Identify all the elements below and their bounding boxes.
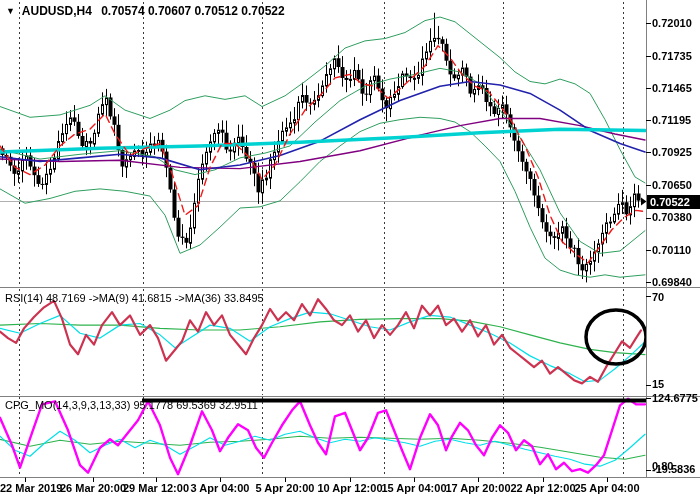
cpg-axis-bottom-b: -19.5836 (652, 463, 695, 475)
ohlc-quotes: 0.70574 0.70607 0.70512 0.70522 (101, 4, 285, 18)
price-axis-label: 0.71465 (652, 82, 692, 94)
symbol-dropdown-icon[interactable]: ▼ (6, 6, 15, 16)
price-axis-label: 0.70925 (652, 146, 692, 158)
current-price-badge: 0.70522 (647, 195, 700, 209)
rsi-level-bottom: 15 (652, 378, 664, 390)
chart-title: ▼ AUDUSD,H4 0.70574 0.70607 0.70512 0.70… (6, 4, 285, 18)
rsi-level-top: 70 (652, 291, 664, 303)
price-axis-label: 0.71735 (652, 50, 692, 62)
symbol-label: AUDUSD,H4 (22, 4, 92, 18)
price-axis-label: 0.72010 (652, 17, 692, 29)
time-axis-label: 25 Apr 04:00 (569, 482, 645, 494)
price-axis-label: 0.71195 (652, 114, 691, 126)
cpg-axis-top: 124.6775 (652, 392, 698, 404)
cpg-indicator-label: CPG_MO(14,3,9,3,13,33) 95.1778 69.5369 3… (5, 399, 258, 411)
price-axis-label: 0.69840 (652, 276, 692, 288)
chart-canvas[interactable] (0, 0, 700, 500)
price-axis-label: 0.70380 (652, 211, 692, 223)
rsi-indicator-label: RSI(14) 48.7169 ->MA(9) 41.6815 ->MA(36)… (5, 292, 264, 304)
price-axis-label: 0.70110 (652, 244, 691, 256)
price-axis-label: 0.70650 (652, 179, 692, 191)
chart-window: ▼ AUDUSD,H4 0.70574 0.70607 0.70512 0.70… (0, 0, 700, 500)
